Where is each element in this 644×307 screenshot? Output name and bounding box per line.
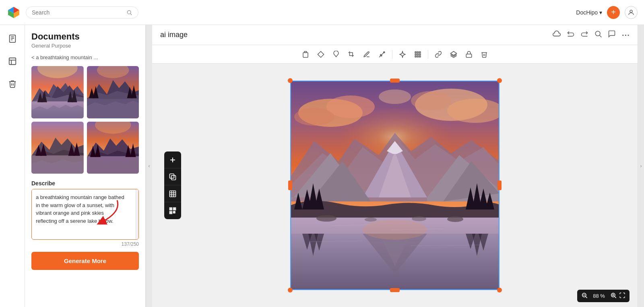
svg-rect-62 (419, 52, 421, 53)
handle-mid-bottom[interactable] (390, 288, 400, 292)
handle-mid-left[interactable] (288, 180, 292, 190)
float-btn-plus[interactable] (164, 151, 181, 168)
svg-rect-75 (170, 191, 176, 197)
describe-scrollbar[interactable] (135, 189, 138, 239)
floating-toolbar (164, 151, 181, 219)
search-bar[interactable] (26, 6, 138, 19)
svg-rect-74 (170, 174, 174, 178)
sidebar-item-trash[interactable] (5, 77, 20, 91)
toolbar-lasso[interactable] (330, 48, 342, 60)
trash-icon (8, 79, 17, 88)
panel-subtitle: General Purpose (31, 43, 139, 49)
svg-rect-67 (417, 56, 419, 57)
panel-collapse-handle[interactable]: ‹ (146, 25, 152, 307)
add-button[interactable]: + (607, 6, 620, 19)
logo[interactable] (6, 5, 21, 20)
toolbar-layers[interactable] (448, 48, 460, 60)
zoom-in-icon[interactable] (610, 292, 617, 300)
toolbar-pattern[interactable] (412, 48, 424, 60)
svg-marker-47 (87, 160, 139, 174)
toolbar-diamond[interactable] (315, 48, 327, 60)
svg-point-4 (630, 10, 632, 12)
right-collapse-icon: › (640, 163, 642, 169)
cloud-save-icon[interactable] (552, 29, 561, 40)
svg-point-94 (294, 108, 334, 126)
describe-textarea-wrap: a breathtaking mountain range bathed in … (31, 189, 139, 240)
svg-rect-66 (415, 56, 416, 57)
search-input[interactable] (32, 9, 123, 16)
svg-rect-73 (171, 175, 176, 180)
svg-rect-68 (419, 56, 421, 57)
back-row[interactable]: < a breathtaking mountain ... (25, 50, 145, 63)
right-panel-collapse[interactable]: › (638, 25, 644, 307)
toolbar-link[interactable] (432, 48, 444, 60)
canvas-area: ai image (152, 25, 638, 307)
handle-top-left[interactable] (288, 78, 293, 83)
redo-icon[interactable] (580, 30, 588, 40)
comments-icon[interactable] (608, 30, 616, 40)
toolbar-pen[interactable] (361, 48, 373, 60)
sidebar-item-template[interactable] (5, 54, 20, 68)
float-btn-qr[interactable] (164, 202, 181, 219)
char-count: 137/250 (31, 241, 139, 247)
zoom-out-icon[interactable] (581, 292, 588, 300)
svg-line-3 (130, 13, 132, 15)
svg-point-98 (379, 89, 411, 104)
svg-line-141 (615, 297, 616, 298)
image-frame[interactable] (290, 81, 500, 290)
toolbar-crop[interactable] (345, 48, 357, 60)
chevron-down-icon: ▾ (599, 9, 602, 16)
svg-point-2 (128, 10, 131, 14)
svg-point-97 (411, 91, 451, 110)
image-grid (25, 63, 145, 177)
svg-rect-70 (466, 54, 472, 57)
image-thumb-4[interactable] (87, 122, 139, 174)
handle-mid-top[interactable] (390, 79, 400, 83)
user-icon (627, 9, 635, 16)
panel-title: Documents (31, 31, 139, 42)
canvas-title: ai image (160, 31, 547, 39)
image-thumb-2[interactable] (87, 66, 139, 118)
float-btn-table[interactable] (164, 185, 181, 202)
svg-marker-59 (400, 51, 405, 57)
svg-rect-89 (174, 212, 175, 213)
svg-point-134 (363, 220, 427, 240)
handle-mid-right[interactable] (497, 180, 502, 190)
main-layout: Documents General Purpose < a breathtaki… (0, 25, 644, 307)
zoom-bar: 88 % (577, 290, 630, 302)
svg-marker-57 (318, 51, 324, 57)
sidebar-item-document[interactable] (5, 31, 20, 46)
svg-rect-87 (174, 212, 175, 212)
svg-rect-56 (303, 52, 308, 57)
nav-right: DocHipo ▾ + (576, 6, 638, 19)
generate-more-button[interactable]: Generate More (31, 252, 139, 270)
image-thumb-1[interactable] (31, 66, 84, 118)
panel-header: Documents General Purpose (25, 25, 145, 50)
handle-top-right[interactable] (497, 78, 502, 83)
handle-bottom-left[interactable] (288, 288, 293, 292)
user-avatar[interactable] (625, 6, 638, 19)
describe-textarea[interactable]: a breathtaking mountain range bathed in … (32, 189, 138, 238)
canvas-toolbar (152, 45, 638, 64)
fullscreen-icon[interactable] (619, 292, 625, 300)
handle-bottom-right[interactable] (497, 288, 502, 292)
search-canvas-icon[interactable] (594, 30, 602, 40)
undo-icon[interactable] (567, 30, 575, 40)
collapse-icon: ‹ (149, 163, 150, 169)
toolbar-clipboard[interactable] (299, 48, 312, 60)
zoom-level: 88 % (590, 293, 608, 299)
toolbar-sparkle[interactable] (396, 48, 409, 60)
template-icon (8, 57, 17, 66)
toolbar-lock[interactable] (463, 48, 475, 60)
svg-point-53 (595, 31, 600, 36)
svg-rect-84 (174, 208, 175, 210)
image-thumb-3[interactable] (31, 122, 84, 174)
float-btn-copy[interactable] (164, 168, 181, 185)
svg-point-126 (316, 215, 336, 222)
svg-rect-83 (170, 208, 171, 210)
svg-point-128 (365, 218, 377, 222)
toolbar-eyedropper[interactable] (376, 48, 388, 60)
dochipo-dropdown[interactable]: DocHipo ▾ (576, 9, 602, 16)
toolbar-delete[interactable] (478, 48, 490, 60)
more-icon[interactable]: ⋯ (621, 30, 630, 40)
